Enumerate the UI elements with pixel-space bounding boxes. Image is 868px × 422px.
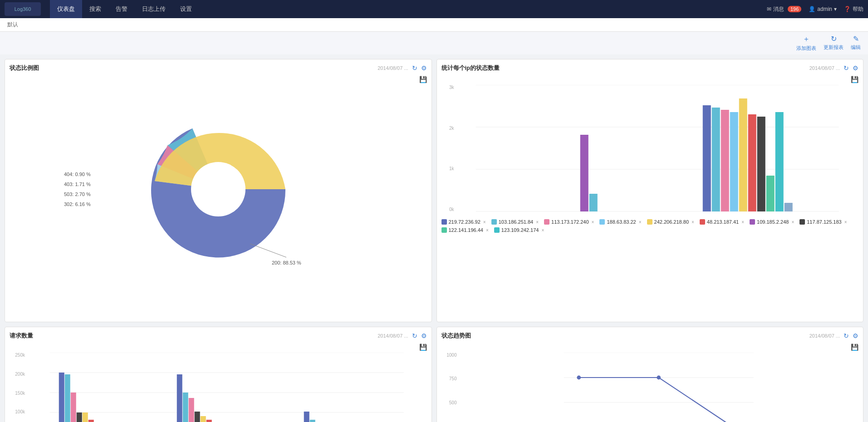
svg-rect-8	[589, 194, 597, 211]
svg-rect-31	[83, 412, 88, 422]
ip-legend-242[interactable]: 242.206.218.80 ×	[647, 219, 694, 225]
toolbar: ＋ 添加图表 ↻ 更新报表 ✎ 编辑	[0, 32, 868, 54]
req-bar-svg: Aug/7,03:00 Aug/7,04:00 Aug/7,05:00	[27, 353, 427, 422]
edit-btn[interactable]: ✎ 编辑	[851, 34, 861, 52]
nav-right: ✉ 消息 196 👤 admin ▾ ❓ 帮助	[767, 5, 863, 13]
pie-svg: 200: 88.53 %	[132, 103, 304, 275]
breadcrumb-text: 默认	[7, 21, 18, 28]
req-y-250k: 250k	[10, 353, 25, 358]
ip-y-1k: 1k	[441, 166, 454, 171]
ip-bar-svg: Aug/7,04:00 Aug/7,05:00	[456, 85, 859, 212]
ip-legend-122[interactable]: 122.141.196.44 ×	[441, 227, 489, 233]
ip-legend-117[interactable]: 117.87.125.183 ×	[799, 219, 847, 225]
requests-card: 请求数量 2014/08/07 ... ↻ ⚙ 💾 250k 200k 150k…	[5, 327, 432, 422]
ip-legend-123[interactable]: 123.109.242.174 ×	[494, 227, 544, 233]
dashboard-grid: 状态比例图 2014/08/07 ... ↻ ⚙ 💾 404: 0.90 % 4…	[0, 54, 868, 327]
ip-bar-area: 3k 2k 1k 0k	[456, 85, 859, 212]
trend-controls: 2014/08/07 ... ↻ ⚙	[809, 332, 858, 339]
trend-card: 状态趋势图 2014/08/07 ... ↻ ⚙ 💾 1000 750 500 …	[436, 327, 864, 422]
ip-y-3k: 3k	[441, 85, 454, 90]
trend-chart-area: 1000 750 500 250 0	[459, 353, 859, 422]
svg-point-65	[577, 376, 581, 380]
req-header: 请求数量 2014/08/07 ... ↻ ⚙	[10, 332, 427, 340]
nav-alerts[interactable]: 告警	[108, 0, 135, 18]
ip-save-icon[interactable]: 💾	[851, 76, 858, 83]
pie-chart-controls: 2014/08/07 ... ↻ ⚙	[378, 64, 427, 72]
update-report-btn[interactable]: ↻ 更新报表	[824, 34, 843, 52]
req-chart-area: 250k 200k 150k 100k 50k 0k	[27, 353, 427, 422]
pie-chart-card: 状态比例图 2014/08/07 ... ↻ ⚙ 💾 404: 0.90 % 4…	[5, 59, 432, 322]
trend-gear-icon[interactable]: ⚙	[853, 332, 858, 339]
add-chart-btn[interactable]: ＋ 添加图表	[796, 34, 816, 52]
second-row: 请求数量 2014/08/07 ... ↻ ⚙ 💾 250k 200k 150k…	[0, 327, 868, 422]
help-btn[interactable]: ❓ 帮助	[844, 5, 863, 13]
trend-header: 状态趋势图 2014/08/07 ... ↻ ⚙	[441, 332, 859, 340]
chevron-down-icon: ▾	[834, 6, 837, 12]
ip-legend-188[interactable]: 188.63.83.22 ×	[599, 219, 641, 225]
trend-svg: Aug/7,03:00 Aug/7,04:00 Aug/7,...	[459, 353, 859, 422]
svg-rect-41	[201, 416, 206, 422]
help-icon: ❓	[844, 6, 851, 12]
trend-save-icon[interactable]: 💾	[851, 343, 858, 351]
svg-rect-42	[206, 420, 212, 422]
svg-rect-29	[71, 393, 76, 422]
req-timestamp: 2014/08/07 ...	[378, 333, 408, 339]
ip-chart-title: 统计每个ip的状态数量	[441, 64, 500, 72]
svg-line-1	[250, 244, 286, 257]
ip-legend-48[interactable]: 48.213.187.41 ×	[700, 219, 744, 225]
req-y-100k: 100k	[10, 409, 25, 414]
pie-gear-icon[interactable]: ⚙	[421, 64, 427, 72]
req-y-150k: 150k	[10, 391, 25, 396]
svg-rect-7	[580, 135, 588, 211]
svg-rect-30	[77, 412, 82, 422]
breadcrumb: 默认	[0, 18, 868, 32]
pie-chart-area: 404: 0.90 % 403: 1.71 % 503: 2.70 % 302:…	[10, 85, 427, 294]
ip-y-0k: 0k	[441, 207, 454, 212]
nav-upload[interactable]: 日志上传	[135, 0, 173, 18]
req-save-icon[interactable]: 💾	[419, 343, 427, 351]
messages-label: 消息	[773, 5, 784, 13]
pie-timestamp: 2014/08/07 ...	[378, 65, 408, 71]
ip-legend-113[interactable]: 113.173.172.240 ×	[544, 219, 594, 225]
ip-legend-109[interactable]: 109.185.2.248 ×	[750, 219, 794, 225]
trend-y-750: 750	[441, 376, 457, 381]
pie-labels: 404: 0.90 % 403: 1.71 % 503: 2.70 % 302:…	[64, 172, 91, 207]
svg-rect-10	[711, 108, 720, 211]
logo-text: Log360	[15, 6, 31, 12]
req-refresh-icon[interactable]: ↻	[412, 332, 417, 339]
user-menu[interactable]: 👤 admin ▾	[809, 6, 837, 12]
ip-status-card: 统计每个ip的状态数量 2014/08/07 ... ↻ ⚙ 💾 3k 2k 1…	[436, 59, 864, 322]
ip-legend-103[interactable]: 103.186.251.84 ×	[491, 219, 539, 225]
svg-rect-28	[65, 374, 70, 422]
req-controls: 2014/08/07 ... ↻ ⚙	[378, 332, 427, 339]
ip-refresh-icon[interactable]: ↻	[843, 64, 849, 72]
add-chart-label: 添加图表	[796, 45, 816, 52]
nav-items: 仪表盘 搜索 告警 日志上传 设置	[50, 0, 199, 18]
svg-text:200: 88.53 %: 200: 88.53 %	[272, 260, 301, 265]
ip-gear-icon[interactable]: ⚙	[853, 64, 858, 72]
mail-icon: ✉	[767, 6, 771, 12]
messages-btn[interactable]: ✉ 消息 196	[767, 5, 801, 13]
svg-rect-12	[730, 112, 738, 211]
req-gear-icon[interactable]: ⚙	[421, 332, 427, 339]
svg-rect-48	[310, 420, 315, 422]
nav-search[interactable]: 搜索	[82, 0, 108, 18]
svg-point-0	[191, 162, 245, 216]
pie-chart-header: 状态比例图 2014/08/07 ... ↻ ⚙	[10, 64, 427, 72]
nav-settings[interactable]: 设置	[173, 0, 199, 18]
pie-label-302: 302: 6.16 %	[64, 201, 91, 207]
ip-legend-219[interactable]: 219.72.236.92 ×	[441, 219, 486, 225]
edit-icon: ✎	[853, 34, 859, 43]
pie-save-icon[interactable]: 💾	[419, 76, 427, 83]
svg-rect-17	[775, 112, 783, 211]
svg-rect-39	[189, 398, 194, 422]
trend-refresh-icon[interactable]: ↻	[843, 332, 849, 339]
trend-title: 状态趋势图	[441, 332, 471, 340]
edit-label: 编辑	[851, 44, 861, 51]
logo: Log360	[5, 2, 41, 16]
trend-timestamp: 2014/08/07 ...	[809, 333, 840, 339]
pie-refresh-icon[interactable]: ↻	[412, 64, 417, 72]
ip-timestamp: 2014/08/07 ...	[809, 65, 840, 71]
ip-chart-controls: 2014/08/07 ... ↻ ⚙	[809, 64, 858, 72]
nav-dashboard[interactable]: 仪表盘	[50, 0, 82, 18]
